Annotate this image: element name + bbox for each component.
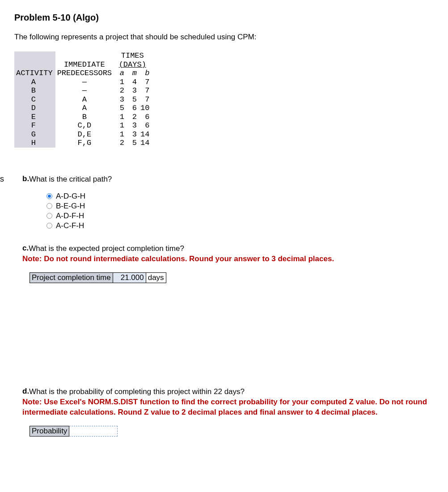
- cell-m: 3: [126, 86, 139, 95]
- part-b-label: b.: [22, 174, 29, 183]
- part-d-question: What is the probability of completing th…: [29, 387, 245, 396]
- cell-b: 7: [139, 95, 151, 104]
- cell-pred: A: [55, 95, 114, 104]
- radio-label: A-D-G-H: [56, 192, 85, 201]
- table-row: HF,G2514: [14, 139, 151, 148]
- cell-a: 2: [114, 139, 126, 148]
- part-c-answer-table: Project completion time 21.000 days: [30, 272, 166, 283]
- cell-b: 6: [139, 113, 151, 122]
- radio-option[interactable]: B-E-G-H: [46, 202, 434, 211]
- radio-option[interactable]: A-D-F-H: [46, 212, 434, 221]
- cell-b: 6: [139, 121, 151, 130]
- table-row: EB126: [14, 113, 151, 122]
- part-d-label: d.: [22, 387, 29, 396]
- part-c-note: Note: Do not round intermediate calculat…: [22, 254, 334, 263]
- problem-title: Problem 5-10 (Algo): [14, 13, 434, 23]
- pc-value[interactable]: 21.000: [113, 272, 146, 283]
- cell-activity: G: [14, 130, 55, 139]
- cell-a: 1: [114, 121, 126, 130]
- pc-unit: days: [146, 272, 166, 283]
- part-d-note: Note: Use Excel's NORM.S.DIST function t…: [22, 398, 427, 416]
- cell-a: 5: [114, 104, 126, 113]
- cell-activity: H: [14, 139, 55, 148]
- cell-b: 14: [139, 139, 151, 148]
- cell-pred: F,G: [55, 139, 114, 148]
- cell-b: 14: [139, 130, 151, 139]
- th-a: a: [114, 69, 126, 78]
- cell-pred: —: [55, 86, 114, 95]
- cell-b: 10: [139, 104, 151, 113]
- radio-icon[interactable]: [46, 203, 52, 209]
- th-predecessors: PREDECESSORS: [55, 69, 114, 78]
- cell-pred: A: [55, 104, 114, 113]
- cell-activity: C: [14, 95, 55, 104]
- radio-icon[interactable]: [46, 223, 52, 229]
- cell-activity: E: [14, 113, 55, 122]
- th-immediate: IMMEDIATE: [55, 60, 114, 69]
- cell-activity: F: [14, 121, 55, 130]
- cell-activity: B: [14, 86, 55, 95]
- cell-m: 3: [126, 130, 139, 139]
- th-days: (DAYS): [114, 60, 151, 69]
- radio-option[interactable]: A-C-F-H: [46, 221, 434, 230]
- cell-a: 3: [114, 95, 126, 104]
- cell-m: 6: [126, 104, 139, 113]
- pd-label: Probability: [30, 426, 69, 436]
- radio-label: A-C-F-H: [56, 221, 84, 230]
- cell-m: 5: [126, 139, 139, 148]
- table-row: B—237: [14, 86, 151, 95]
- th-times: TIMES: [114, 51, 151, 60]
- cell-m: 2: [126, 113, 139, 122]
- cell-pred: B: [55, 113, 114, 122]
- table-row: A—147: [14, 78, 151, 87]
- cell-pred: D,E: [55, 130, 114, 139]
- cell-activity: A: [14, 78, 55, 87]
- cell-a: 1: [114, 113, 126, 122]
- th-b: b: [139, 69, 151, 78]
- margin-s: s: [0, 174, 4, 184]
- cell-m: 4: [126, 78, 139, 87]
- cell-pred: C,D: [55, 121, 114, 130]
- part-c-label: c.: [22, 244, 29, 253]
- radio-label: A-D-F-H: [56, 212, 84, 221]
- cell-a: 1: [114, 130, 126, 139]
- part-d-answer-table: Probability: [30, 426, 118, 437]
- table-row: DA5610: [14, 104, 151, 113]
- th-activity: ACTIVITY: [14, 69, 55, 78]
- cell-m: 5: [126, 95, 139, 104]
- intro-text: The following represents a project that …: [14, 33, 434, 42]
- cell-m: 3: [126, 121, 139, 130]
- radio-option[interactable]: A-D-G-H: [46, 192, 434, 201]
- radio-label: B-E-G-H: [56, 202, 85, 211]
- cell-a: 2: [114, 86, 126, 95]
- cell-activity: D: [14, 104, 55, 113]
- cpm-data-table: TIMES IMMEDIATE (DAYS) ACTIVITY PREDECES…: [14, 51, 151, 148]
- pd-value[interactable]: [69, 426, 118, 436]
- cell-pred: —: [55, 78, 114, 87]
- table-row: FC,D136: [14, 121, 151, 130]
- cell-a: 1: [114, 78, 126, 87]
- part-c-question: What is the expected project completion …: [29, 244, 184, 253]
- pc-label: Project completion time: [30, 272, 113, 283]
- cell-b: 7: [139, 86, 151, 95]
- cell-b: 7: [139, 78, 151, 87]
- table-row: GD,E1314: [14, 130, 151, 139]
- part-b-question: What is the critical path?: [29, 175, 112, 183]
- table-row: CA357: [14, 95, 151, 104]
- th-m: m: [126, 69, 139, 78]
- radio-icon[interactable]: [46, 213, 52, 219]
- radio-icon[interactable]: [46, 193, 52, 199]
